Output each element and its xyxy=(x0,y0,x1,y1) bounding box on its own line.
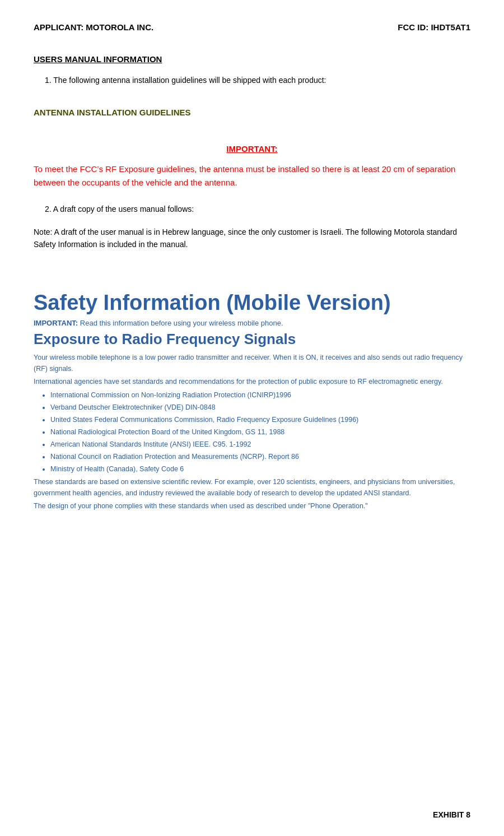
list-item: International Commission on Non-Ionizing… xyxy=(50,389,470,401)
list-item: Verband Deutscher Elektrotechniker (VDE)… xyxy=(50,402,470,413)
important-intro: IMPORTANT: Read this information before … xyxy=(34,319,470,327)
important-center-label: IMPORTANT: xyxy=(34,144,470,154)
rf-title: Exposure to Radio Frequency Signals xyxy=(34,331,470,348)
fcc-id-label: FCC ID: IHDT5AT1 xyxy=(398,22,470,32)
exhibit-footer: EXHIBIT 8 xyxy=(433,810,470,819)
item-2: 2. A draft copy of the users manual foll… xyxy=(45,203,470,215)
list-item: National Radiological Protection Board o… xyxy=(50,426,470,438)
rf-para-1: Your wireless mobile telephone is a low … xyxy=(34,352,470,374)
list-item: American National Standards Institute (A… xyxy=(50,439,470,450)
applicant-label: APPLICANT: MOTOROLA INC. xyxy=(34,22,153,32)
list-item: United States Federal Communications Com… xyxy=(50,414,470,425)
list-item: National Council on Radiation Protection… xyxy=(50,451,470,462)
rf-para-2: International agencies have set standard… xyxy=(34,377,470,387)
note-text: Note: A draft of the user manual is in H… xyxy=(34,226,470,251)
item-1: 1. The following antenna installation gu… xyxy=(45,74,470,86)
safety-info-title: Safety Information (Mobile Version) xyxy=(34,290,470,316)
important-intro-text: Read this information before using your … xyxy=(80,319,283,327)
section-title: USERS MANUAL INFORMATION xyxy=(34,54,470,64)
list-item: Ministry of Health (Canada), Safety Code… xyxy=(50,463,470,475)
page-header: APPLICANT: MOTOROLA INC. FCC ID: IHDT5AT… xyxy=(34,22,470,32)
rf-para-4: The design of your phone complies with t… xyxy=(34,501,470,512)
page: APPLICANT: MOTOROLA INC. FCC ID: IHDT5AT… xyxy=(0,0,504,836)
bullet-list: International Commission on Non-Ionizing… xyxy=(50,389,470,475)
red-important-text: To meet the FCC’s RF Exposure guidelines… xyxy=(34,162,470,189)
important-intro-label: IMPORTANT: xyxy=(34,319,78,327)
rf-para-3: These standards are based on extensive s… xyxy=(34,477,470,499)
antenna-title: ANTENNA INSTALLATION GUIDELINES xyxy=(34,108,470,117)
